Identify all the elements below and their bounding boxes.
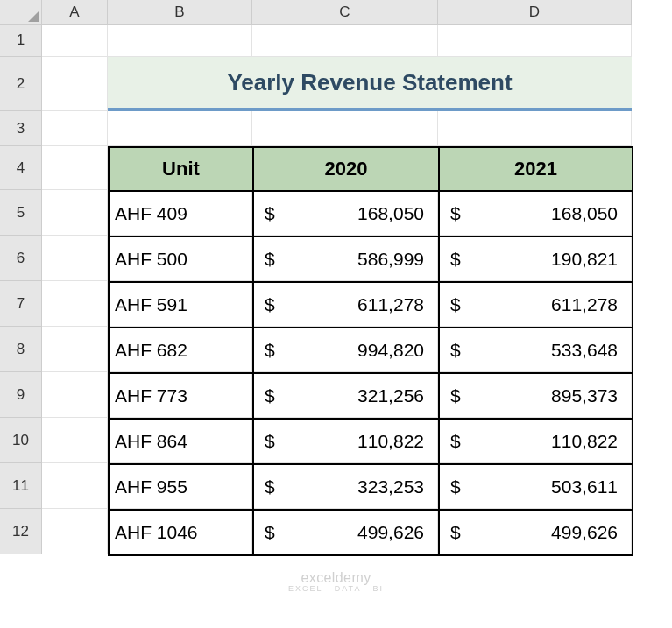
y2-cell[interactable]: $499,626: [440, 511, 633, 556]
y1-value: 586,999: [265, 249, 424, 270]
row-header-11[interactable]: 11: [0, 463, 42, 509]
y2-cell[interactable]: $190,821: [440, 237, 633, 283]
currency-symbol: $: [450, 203, 461, 224]
cell-B3[interactable]: [108, 111, 252, 146]
y2-cell[interactable]: $611,278: [440, 283, 633, 328]
y1-cell[interactable]: $323,253: [254, 465, 440, 511]
col-header-A[interactable]: A: [42, 0, 108, 25]
cell-A12[interactable]: [42, 509, 108, 554]
cell-A10[interactable]: [42, 418, 108, 463]
table-header-row: Unit 2020 2021: [110, 148, 633, 192]
y1-cell[interactable]: $994,820: [254, 328, 440, 374]
cell-A8[interactable]: [42, 327, 108, 372]
cell-D3[interactable]: [438, 111, 632, 146]
y2-value: 190,821: [450, 249, 618, 270]
table-row: AHF 864$110,822$110,822: [110, 420, 633, 465]
y2-value: 168,050: [450, 203, 618, 224]
y2-cell[interactable]: $168,050: [440, 192, 633, 237]
data-table: Unit 2020 2021 AHF 409$168,050$168,050AH…: [108, 146, 633, 556]
unit-cell[interactable]: AHF 955: [110, 465, 254, 511]
y2-value: 895,373: [450, 385, 618, 406]
header-2020[interactable]: 2020: [254, 148, 440, 192]
row-header-7[interactable]: 7: [0, 281, 42, 327]
table-row: AHF 1046$499,626$499,626: [110, 511, 633, 556]
unit-cell[interactable]: AHF 500: [110, 237, 254, 283]
header-unit[interactable]: Unit: [110, 148, 254, 192]
unit-cell[interactable]: AHF 682: [110, 328, 254, 374]
table-row: AHF 682$994,820$533,648: [110, 328, 633, 374]
cell-A7[interactable]: [42, 281, 108, 327]
col-header-B[interactable]: B: [108, 0, 252, 25]
currency-symbol: $: [450, 249, 461, 270]
cell-A4[interactable]: [42, 146, 108, 190]
currency-symbol: $: [450, 476, 461, 497]
cell-A9[interactable]: [42, 372, 108, 418]
row-header-8[interactable]: 8: [0, 327, 42, 372]
y1-cell[interactable]: $586,999: [254, 237, 440, 283]
row-header-1[interactable]: 1: [0, 25, 42, 57]
cell-A3[interactable]: [42, 111, 108, 146]
col-header-C[interactable]: C: [252, 0, 438, 25]
watermark-tag: EXCEL · DATA · BI: [0, 584, 672, 593]
table-row: AHF 591$611,278$611,278: [110, 283, 633, 328]
cell-A6[interactable]: [42, 236, 108, 281]
header-2021[interactable]: 2021: [440, 148, 633, 192]
y1-cell[interactable]: $499,626: [254, 511, 440, 556]
unit-cell[interactable]: AHF 409: [110, 192, 254, 237]
cell-C3[interactable]: [252, 111, 438, 146]
col-header-D[interactable]: D: [438, 0, 632, 25]
y2-value: 499,626: [450, 522, 618, 543]
row-header-2[interactable]: 2: [0, 57, 42, 111]
unit-cell[interactable]: AHF 864: [110, 420, 254, 465]
table-row: AHF 500$586,999$190,821: [110, 237, 633, 283]
y2-cell[interactable]: $895,373: [440, 374, 633, 420]
table-row: AHF 773$321,256$895,373: [110, 374, 633, 420]
y1-value: 611,278: [265, 294, 424, 315]
cell-C1[interactable]: [252, 25, 438, 57]
y1-value: 323,253: [265, 476, 424, 497]
y2-cell[interactable]: $110,822: [440, 420, 633, 465]
y2-cell[interactable]: $503,611: [440, 465, 633, 511]
row-header-10[interactable]: 10: [0, 418, 42, 463]
currency-symbol: $: [450, 431, 461, 452]
y1-cell[interactable]: $110,822: [254, 420, 440, 465]
unit-cell[interactable]: AHF 1046: [110, 511, 254, 556]
y2-cell[interactable]: $533,648: [440, 328, 633, 374]
currency-symbol: $: [265, 385, 275, 406]
cell-B1[interactable]: [108, 25, 252, 57]
row-header-12[interactable]: 12: [0, 509, 42, 554]
y1-cell[interactable]: $321,256: [254, 374, 440, 420]
table-row: AHF 409$168,050$168,050: [110, 192, 633, 237]
y2-value: 533,648: [450, 340, 618, 361]
cell-A1[interactable]: [42, 25, 108, 57]
y2-value: 110,822: [450, 431, 618, 452]
row-header-3[interactable]: 3: [0, 111, 42, 146]
row-header-4[interactable]: 4: [0, 146, 42, 190]
row-header-5[interactable]: 5: [0, 190, 42, 236]
y2-value: 611,278: [450, 294, 618, 315]
row-header-9[interactable]: 9: [0, 372, 42, 418]
select-all-corner[interactable]: [0, 0, 42, 25]
y1-cell[interactable]: $168,050: [254, 192, 440, 237]
y1-cell[interactable]: $611,278: [254, 283, 440, 328]
y2-value: 503,611: [450, 476, 618, 497]
cell-A5[interactable]: [42, 190, 108, 236]
watermark-brand: exceldemy: [0, 570, 672, 586]
title-cell[interactable]: Yearly Revenue Statement: [108, 57, 632, 111]
unit-cell[interactable]: AHF 773: [110, 374, 254, 420]
cell-A2[interactable]: [42, 57, 108, 111]
currency-symbol: $: [450, 522, 461, 543]
currency-symbol: $: [265, 203, 275, 224]
currency-symbol: $: [450, 294, 461, 315]
cell-A11[interactable]: [42, 463, 108, 509]
currency-symbol: $: [450, 340, 461, 361]
currency-symbol: $: [265, 294, 275, 315]
currency-symbol: $: [265, 249, 275, 270]
currency-symbol: $: [265, 522, 275, 543]
y1-value: 168,050: [265, 203, 424, 224]
unit-cell[interactable]: AHF 591: [110, 283, 254, 328]
cell-D1[interactable]: [438, 25, 632, 57]
title-text: Yearly Revenue Statement: [227, 69, 512, 96]
row-header-6[interactable]: 6: [0, 236, 42, 281]
watermark: exceldemy EXCEL · DATA · BI: [0, 570, 672, 593]
